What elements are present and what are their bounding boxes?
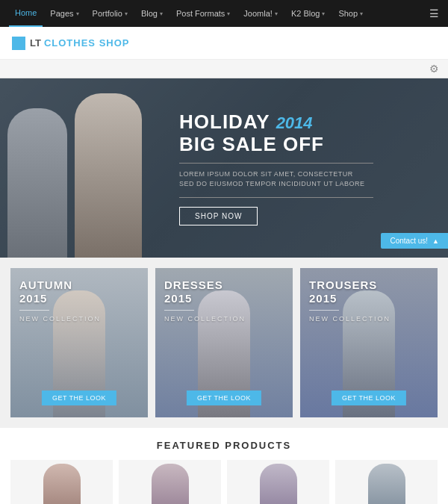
card-overlay-2: DRESSES 2015 NEW COLLECTION <box>155 268 293 323</box>
chevron-down-icon: ▾ <box>125 10 128 17</box>
collection-card-autumn[interactable]: AUTUMN 2015 NEW COLLECTION GET THE LOOK <box>10 268 148 417</box>
settings-bar: ⚙ <box>0 60 448 78</box>
nav-item-post-formats[interactable]: Post Formats ▾ <box>170 0 236 27</box>
hero-headline: HOLIDAY 2014 <box>179 111 373 134</box>
chevron-down-icon: ▾ <box>275 10 278 17</box>
nav-label-blog: Blog <box>141 9 158 18</box>
hero-content: HOLIDAY 2014 BIG SALE OFF LOREM IPSUM DO… <box>164 96 388 240</box>
card-overlay-3: TROUSERS 2015 NEW COLLECTION <box>300 268 438 323</box>
nav-label-post-formats: Post Formats <box>176 9 225 18</box>
product-img-2 <box>119 460 221 504</box>
product-figure-1 <box>43 464 81 504</box>
shop-now-button[interactable]: SHOP NOW <box>179 207 258 225</box>
chevron-down-icon: ▾ <box>76 10 79 17</box>
collection-subtitle-trousers: NEW COLLECTION <box>309 315 429 323</box>
product-img-3 <box>227 460 329 504</box>
nav-links: Home Pages ▾ Portfolio ▾ Blog ▾ Post For… <box>9 0 369 27</box>
nav-item-shop[interactable]: Shop ▾ <box>332 0 369 27</box>
get-look-trousers-button[interactable]: GET THE LOOK <box>332 391 406 405</box>
gear-icon[interactable]: ⚙ <box>429 63 439 75</box>
contact-label: Contact us! <box>390 237 428 245</box>
get-look-autumn-button[interactable]: GET THE LOOK <box>42 391 116 405</box>
logo-name: CLOTHES SHOP <box>44 37 130 49</box>
nav-item-joomla[interactable]: Joomla! ▾ <box>237 0 284 27</box>
logo-square <box>12 37 25 50</box>
get-look-dresses-button[interactable]: GET THE LOOK <box>187 391 261 405</box>
collection-title-dresses: DRESSES 2015 <box>164 279 284 305</box>
nav-label-joomla: Joomla! <box>243 9 273 18</box>
nav-label-shop: Shop <box>338 9 358 18</box>
nav-item-blog[interactable]: Blog ▾ <box>135 0 169 27</box>
hero-year: 2014 <box>276 113 313 133</box>
collection-subtitle-dresses: NEW COLLECTION <box>164 315 284 323</box>
collection-title-trousers: TROUSERS 2015 <box>309 279 429 305</box>
logo-bar: LT CLOTHES SHOP <box>0 27 448 60</box>
collection-subtitle-autumn: NEW COLLECTION <box>19 315 139 323</box>
products-row <box>10 460 438 504</box>
collection-title-autumn: AUTUMN 2015 <box>19 279 139 305</box>
chevron-down-icon: ▾ <box>227 10 230 17</box>
hero-figure-1 <box>7 108 67 258</box>
nav-item-k2blog[interactable]: K2 Blog ▾ <box>285 0 332 27</box>
nav-label-home: Home <box>15 8 37 17</box>
product-card-4[interactable] <box>335 460 438 504</box>
product-img-4 <box>335 460 438 504</box>
hamburger-icon[interactable]: ☰ <box>429 7 439 19</box>
product-figure-3 <box>260 464 297 504</box>
hero-description: LOREM IPSUM DOLOR SIT AMET, CONSECTETUR … <box>179 169 373 190</box>
nav-label-portfolio: Portfolio <box>93 9 122 18</box>
product-img-1 <box>10 460 113 504</box>
featured-title: FEATURED PRODUCTS <box>10 440 438 451</box>
hero-title: BIG SALE OFF <box>179 134 373 155</box>
chevron-down-icon: ▾ <box>160 10 163 17</box>
collection-card-trousers[interactable]: TROUSERS 2015 NEW COLLECTION GET THE LOO… <box>300 268 438 417</box>
logo-lt: LT <box>30 37 41 49</box>
chevron-up-icon: ▲ <box>432 237 439 245</box>
nav-item-pages[interactable]: Pages ▾ <box>44 0 84 27</box>
card-divider-1 <box>19 310 49 311</box>
product-figure-2 <box>152 464 189 504</box>
card-overlay-1: AUTUMN 2015 NEW COLLECTION <box>10 268 148 323</box>
nav-item-portfolio[interactable]: Portfolio ▾ <box>87 0 134 27</box>
nav-item-home[interactable]: Home <box>9 0 43 27</box>
hero-figure-2 <box>75 93 142 258</box>
hero-section: HOLIDAY 2014 BIG SALE OFF LOREM IPSUM DO… <box>0 78 448 258</box>
featured-section: FEATURED PRODUCTS <box>0 428 448 504</box>
hero-holiday-text: HOLIDAY <box>179 111 270 134</box>
hero-divider-2 <box>179 197 373 198</box>
main-navigation: Home Pages ▾ Portfolio ▾ Blog ▾ Post For… <box>0 0 448 27</box>
collection-card-dresses[interactable]: DRESSES 2015 NEW COLLECTION GET THE LOOK <box>155 268 293 417</box>
card-divider-2 <box>164 310 194 311</box>
product-figure-4 <box>368 464 405 504</box>
chevron-down-icon: ▾ <box>360 10 363 17</box>
product-card-2[interactable] <box>119 460 221 504</box>
product-card-3[interactable] <box>227 460 329 504</box>
nav-label-k2blog: K2 Blog <box>291 9 320 18</box>
card-divider-3 <box>309 310 339 311</box>
product-card-1[interactable] <box>10 460 113 504</box>
chevron-down-icon: ▾ <box>322 10 325 17</box>
contact-us-badge[interactable]: Contact us! ▲ <box>381 233 448 249</box>
collections-section: AUTUMN 2015 NEW COLLECTION GET THE LOOK … <box>0 258 448 428</box>
hero-divider-1 <box>179 163 373 164</box>
nav-label-pages: Pages <box>50 9 73 18</box>
